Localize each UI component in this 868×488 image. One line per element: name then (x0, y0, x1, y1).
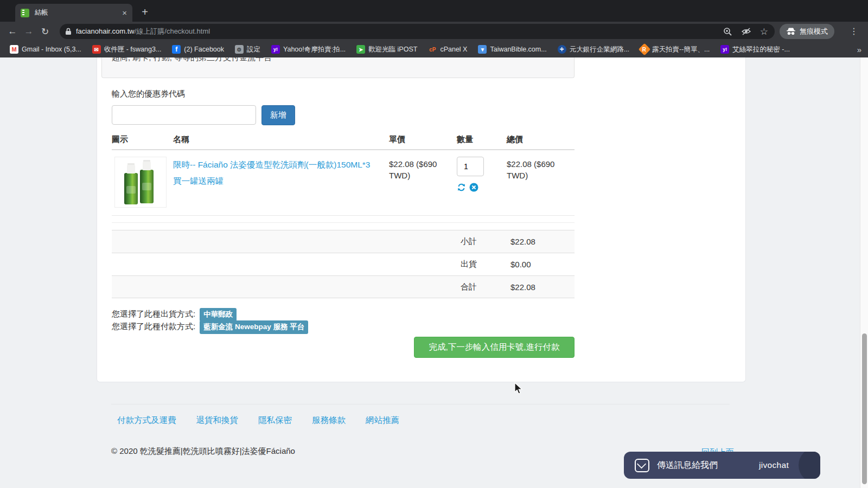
selected-shipping-line: 您選擇了此種出貨方式: 中華郵政 (112, 308, 237, 322)
footer-links: 付款方式及運費 退貨和換貨 隱私保密 服務條款 網站推薦 (117, 415, 399, 426)
back-icon[interactable]: ← (4, 26, 21, 37)
subtotal-value: $22.08 (510, 237, 535, 246)
bookmark-yuanta-bank[interactable]: ✛ 元大銀行企業網路... (554, 44, 633, 55)
mail-icon: ✉ (92, 45, 101, 54)
cart-table-header: 圖示 名稱 單價 數量 總價 (112, 134, 575, 150)
footer-link-terms[interactable]: 服務條款 (312, 415, 346, 426)
checkout-card: 超商, 刷卡, 行動, 等等的第三方支付金流平台 輸入您的優惠券代碼 新增 圖示… (97, 57, 746, 382)
confirm-payment-button[interactable]: 完成,下一步輸入信用卡號,進行付款 (414, 337, 575, 358)
product-bottle-graphic (140, 170, 154, 203)
product-image (114, 157, 167, 208)
yuanta-bank-icon: ✛ (558, 45, 566, 54)
payment-method-badge: 藍新金流 Newebpay 服務 平台 (200, 320, 308, 334)
payment-info-note: 超商, 刷卡, 行動, 等等的第三方支付金流平台 (101, 57, 575, 78)
url-text: facianohair.com.tw/線上訂購/checkout.html (76, 27, 723, 36)
tab-strip: 結帳 × + (0, 0, 868, 22)
product-bottle-graphic (124, 173, 138, 204)
chat-message-label: 傳送訊息給我們 (657, 460, 718, 471)
zoom-icon[interactable] (723, 27, 732, 36)
shipping-method-badge: 中華郵政 (200, 308, 237, 322)
shipping-value: $0.00 (510, 260, 531, 269)
table-divider (112, 222, 575, 223)
col-header-total: 總價 (507, 134, 575, 145)
bookmark-estrella[interactable]: y! 艾絲翠拉的秘密 -... (717, 44, 793, 55)
footer-link-recommend[interactable]: 網站推薦 (366, 415, 399, 426)
ruten-icon: R (639, 43, 651, 56)
unit-price: $22.08 ($690 TWD) (389, 157, 457, 181)
bookmark-cpanel[interactable]: cP cPanel X (425, 44, 470, 55)
page-viewport: 超商, 刷卡, 行動, 等等的第三方支付金流平台 輸入您的優惠券代碼 新增 圖示… (0, 57, 868, 488)
browser-toolbar: ← → ↻ facianohair.com.tw/線上訂購/checkout.h… (0, 22, 868, 41)
url-path: /線上訂購/checkout.html (135, 27, 210, 35)
totals-table: 小計 $22.08 出貨 $0.00 合計 $22.08 (112, 230, 575, 298)
address-bar[interactable]: facianohair.com.tw/線上訂購/checkout.html ☆ (60, 24, 775, 39)
bookmark-ruten[interactable]: R 露天拍賣--簡單、... (637, 44, 713, 55)
bookmark-taiwanbible[interactable]: ▼ TaiwanBible.com... (475, 44, 550, 55)
col-header-unit-price: 單價 (389, 134, 457, 145)
col-header-image: 圖示 (112, 134, 173, 145)
settings-icon: ⚙ (235, 45, 244, 54)
coupon-label: 輸入您的優惠券代碼 (112, 89, 185, 99)
payment-method-label: 您選擇了此種付款方式: (112, 322, 195, 331)
shipping-row: 出貨 $0.00 (112, 253, 575, 275)
lock-icon (65, 28, 72, 35)
bookmark-gmail[interactable]: M Gmail - Inbox (5,3... (7, 44, 85, 55)
grand-total-label: 合計 (461, 282, 510, 292)
eye-hidden-icon[interactable] (741, 27, 751, 36)
copyright-text: © 2020 乾洗髮推薦|乾洗頭比噴霧好|法姿優Fáciaño (111, 446, 295, 457)
ipost-icon: ➤ (356, 45, 365, 54)
taiwanbible-icon: ▼ (478, 45, 487, 54)
tab-close-icon[interactable]: × (122, 8, 127, 17)
shipping-label: 出貨 (461, 259, 510, 269)
footer-link-payment-shipping[interactable]: 付款方式及運費 (117, 415, 176, 426)
chat-envelope-icon (635, 459, 649, 472)
jivochat-widget[interactable]: 傳送訊息給我們 jivochat (624, 452, 820, 479)
mouse-cursor (514, 382, 525, 395)
page-scrollbar[interactable] (860, 57, 868, 488)
footer-link-privacy[interactable]: 隱私保密 (258, 415, 292, 426)
cart-item-row: 限時-- Fáciaño 法姿優造型乾洗頭劑(一般款)150ML*3 買一罐送兩… (112, 150, 575, 216)
update-quantity-icon[interactable] (457, 183, 466, 192)
facebook-icon: f (172, 45, 181, 54)
coupon-add-button[interactable]: 新增 (261, 105, 295, 125)
col-header-name: 名稱 (173, 134, 389, 145)
bookmarks-overflow-icon[interactable]: » (857, 45, 861, 54)
subtotal-label: 小計 (461, 236, 510, 247)
cpanel-icon: cP (428, 45, 437, 54)
payment-info-text: 超商, 刷卡, 行動, 等等的第三方支付金流平台 (112, 57, 574, 63)
grand-total-row: 合計 $22.08 (112, 275, 575, 298)
incognito-icon (786, 28, 796, 35)
gmail-icon: M (10, 45, 18, 54)
bookmark-ipost[interactable]: ➤ 歡迎光臨 iPOST (353, 44, 420, 55)
bookmark-settings[interactable]: ⚙ 設定 (232, 44, 264, 55)
col-header-quantity: 數量 (457, 134, 507, 145)
browser-menu-icon[interactable]: ⋮ (850, 26, 858, 36)
selected-payment-line: 您選擇了此種付款方式: 藍新金流 Newebpay 服務 平台 (112, 320, 308, 334)
yahoo-icon: y! (271, 45, 280, 54)
scrollbar-thumb[interactable] (862, 333, 867, 484)
line-total: $22.08 ($690 TWD) (507, 157, 575, 181)
quantity-input[interactable] (457, 157, 484, 176)
bookmark-inbox[interactable]: ✉ 收件匣 - fswang3... (89, 44, 165, 55)
grand-total-value: $22.08 (510, 282, 535, 292)
footer-link-returns[interactable]: 退貨和換貨 (196, 415, 239, 426)
browser-chrome: 結帳 × + ← → ↻ facianohair.com.tw/線上訂購/che… (0, 0, 868, 57)
incognito-badge: 無痕模式 (780, 24, 834, 39)
bookmark-facebook[interactable]: f (2) Facebook (169, 44, 227, 55)
site-favicon-icon (21, 9, 29, 17)
forward-icon[interactable]: → (21, 26, 37, 37)
browser-tab[interactable]: 結帳 × (15, 4, 132, 22)
remove-item-icon[interactable] (469, 183, 478, 192)
bookmarks-bar: M Gmail - Inbox (5,3... ✉ 收件匣 - fswang3.… (0, 41, 868, 57)
reload-icon[interactable]: ↻ (37, 26, 53, 37)
product-name-link[interactable]: 限時-- Fáciaño 法姿優造型乾洗頭劑(一般款)150ML*3 買一罐送兩… (173, 157, 389, 189)
url-domain: facianohair.com.tw (76, 27, 135, 35)
subtotal-row: 小計 $22.08 (112, 230, 575, 253)
new-tab-button[interactable]: + (138, 5, 152, 20)
tab-title: 結帳 (35, 8, 117, 17)
coupon-input[interactable] (112, 105, 256, 125)
bookmark-yahoo-auction[interactable]: y! Yahoo!奇摩拍賣:拍... (268, 44, 349, 55)
bookmark-star-icon[interactable]: ☆ (760, 26, 768, 37)
shipping-method-label: 您選擇了此種出貨方式: (112, 309, 195, 318)
jivochat-brand: jivochat (759, 460, 789, 470)
